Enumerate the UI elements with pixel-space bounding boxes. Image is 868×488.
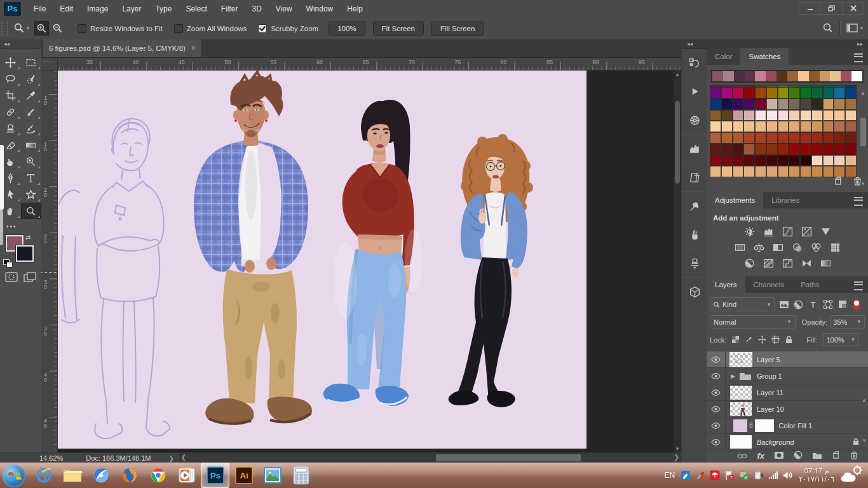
tool-type[interactable]	[21, 170, 41, 186]
recent-swatch[interactable]	[809, 71, 820, 81]
new-group-button[interactable]	[812, 451, 822, 462]
menu-select[interactable]: Select	[179, 1, 214, 17]
menu-view[interactable]: View	[269, 1, 299, 17]
swatch[interactable]	[710, 166, 721, 177]
tab-paths[interactable]: Paths	[792, 276, 827, 293]
filter-toggle[interactable]	[853, 299, 860, 310]
swatch[interactable]	[778, 155, 789, 166]
tool-quickselect[interactable]	[21, 71, 41, 87]
recent-swatch[interactable]	[723, 71, 734, 81]
tray-signal-icon[interactable]	[768, 470, 778, 480]
swatch[interactable]	[800, 144, 811, 155]
dock-info-icon[interactable]	[682, 163, 707, 191]
tab-menu-icon[interactable]	[854, 197, 863, 206]
filter-shape-icon[interactable]	[822, 299, 833, 310]
adjustment-photofilter-icon[interactable]	[791, 241, 803, 253]
horizontal-scrollbar[interactable]: ❮ ❯	[179, 453, 681, 463]
recent-swatch[interactable]	[787, 71, 798, 81]
recent-swatch[interactable]	[851, 71, 862, 81]
recent-swatch[interactable]	[745, 71, 756, 81]
recent-swatch[interactable]	[766, 71, 776, 81]
layer-thumbnail[interactable]	[730, 402, 752, 416]
layer-name[interactable]: Layer 10	[757, 405, 784, 413]
swatch[interactable]	[811, 87, 823, 98]
swatch-scroll-thumb[interactable]	[860, 118, 866, 146]
swatch[interactable]	[733, 155, 744, 166]
recent-swatch[interactable]	[830, 71, 841, 81]
swatch[interactable]	[766, 144, 778, 155]
swatch[interactable]	[778, 121, 789, 132]
swatch[interactable]	[710, 132, 721, 144]
swatch[interactable]	[755, 121, 766, 132]
swatch[interactable]	[733, 166, 744, 177]
dock-actions-icon[interactable]	[682, 77, 707, 105]
swatch[interactable]	[811, 98, 823, 110]
recent-swatch[interactable]	[820, 71, 831, 81]
recent-swatch[interactable]	[776, 71, 787, 81]
swatch[interactable]	[789, 110, 800, 121]
swatch[interactable]	[733, 98, 744, 110]
swatch[interactable]	[823, 166, 834, 177]
swatch[interactable]	[800, 87, 811, 98]
canvas-viewport[interactable]	[58, 71, 673, 453]
taskbar-chrome[interactable]	[144, 463, 172, 488]
quick-mask-button[interactable]	[5, 272, 18, 285]
menu-edit[interactable]: Edit	[53, 1, 80, 17]
adjustment-brightness-icon[interactable]	[743, 226, 755, 237]
swatch[interactable]	[845, 155, 857, 166]
lock-all-icon[interactable]	[784, 336, 793, 344]
taskbar-explorer[interactable]	[58, 463, 86, 488]
layer-visibility-toggle[interactable]	[707, 368, 726, 384]
swatch[interactable]	[789, 87, 800, 98]
new-layer-button[interactable]	[832, 451, 841, 462]
swatch[interactable]	[743, 155, 755, 166]
swatch[interactable]	[778, 87, 789, 98]
fill-color-chip[interactable]	[733, 419, 747, 432]
swatch[interactable]	[823, 132, 834, 144]
menu-type[interactable]: Type	[148, 1, 179, 17]
filter-pixel-icon[interactable]	[778, 299, 789, 310]
adjustment-exposure-icon[interactable]	[801, 226, 812, 237]
taskbar-photos[interactable]	[258, 463, 287, 488]
close-button[interactable]	[842, 3, 864, 14]
panels-collapse[interactable]: ▸▸	[707, 39, 868, 49]
layer-visibility-toggle[interactable]	[707, 384, 726, 400]
swatch[interactable]	[811, 132, 823, 144]
search-icon[interactable]	[822, 22, 833, 34]
link-layers-button[interactable]	[737, 451, 747, 462]
swatch[interactable]	[766, 155, 778, 166]
swatch[interactable]	[755, 132, 766, 144]
dock-tool-presets-icon[interactable]	[682, 191, 707, 220]
swatch[interactable]	[811, 155, 823, 166]
button-fitscreen[interactable]: Fit Screen	[373, 21, 424, 36]
swatch[interactable]	[778, 98, 789, 110]
canvas[interactable]	[58, 71, 587, 449]
zoom-tool-icon[interactable]	[13, 22, 25, 35]
tab-close-icon[interactable]: ×	[191, 44, 196, 53]
tray-tablet-icon[interactable]	[681, 470, 691, 480]
layer-style-button[interactable]: fx	[757, 451, 764, 461]
swatch[interactable]	[800, 155, 811, 166]
tool-shape[interactable]	[21, 186, 41, 203]
button-100[interactable]: 100%	[329, 21, 365, 36]
swatch[interactable]	[733, 87, 744, 98]
adjustment-posterize-icon[interactable]	[763, 257, 774, 269]
adjustment-gradientmap-icon[interactable]	[820, 257, 831, 269]
swatch[interactable]	[834, 110, 845, 121]
menu-layer[interactable]: Layer	[115, 1, 148, 17]
swatch[interactable]	[778, 144, 789, 155]
layer-row-layer-11[interactable]: Layer 11	[707, 384, 868, 401]
hidden-panel-tab[interactable]	[0, 145, 4, 210]
layer-visibility-toggle[interactable]	[707, 434, 726, 450]
adjustment-curves-icon[interactable]	[782, 226, 793, 237]
tool-lasso[interactable]	[1, 71, 21, 87]
new-adjustment-button[interactable]	[794, 451, 803, 462]
workspace-switcher[interactable]: ▾	[846, 24, 863, 32]
menu-window[interactable]: Window	[299, 1, 341, 17]
opacity-value[interactable]: 35%▼	[830, 315, 865, 329]
tray-paint-icon[interactable]	[695, 470, 705, 480]
dock-navigator-icon[interactable]	[682, 105, 707, 134]
taskbar-illustrator[interactable]: Ai	[229, 463, 258, 488]
menu-3d[interactable]: 3D	[245, 1, 268, 17]
background-color[interactable]	[16, 245, 34, 262]
